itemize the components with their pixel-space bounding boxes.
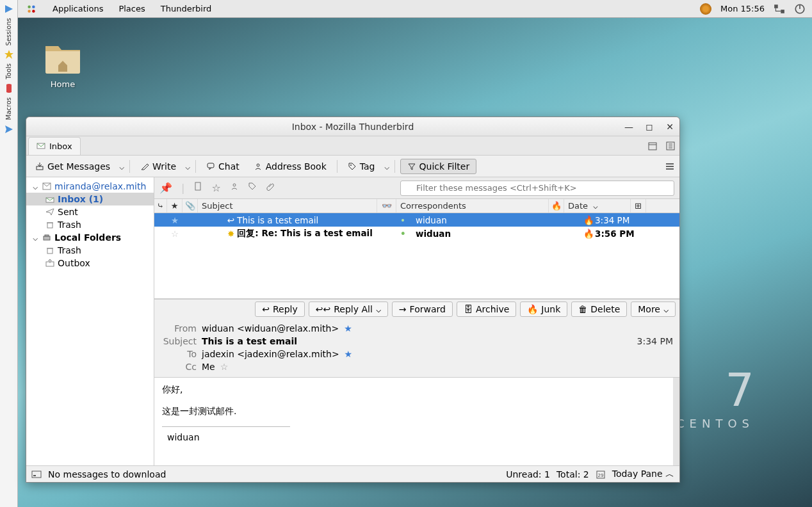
menu-places[interactable]: Places: [118, 4, 145, 13]
app-menu-button[interactable]: [664, 161, 676, 172]
dock-group-tools[interactable]: Tools: [5, 63, 12, 79]
svg-point-4: [32, 10, 35, 13]
to-value[interactable]: jadexin <jadexin@relax.mith>: [202, 349, 339, 359]
col-subject[interactable]: Subject: [198, 199, 377, 213]
chat-button[interactable]: Chat: [201, 159, 245, 173]
dock-star-icon[interactable]: [4, 49, 14, 60]
col-picker[interactable]: ⊞: [631, 199, 646, 213]
reply-button[interactable]: ↩ Reply: [255, 302, 305, 317]
power-icon[interactable]: [794, 3, 806, 15]
message-body[interactable]: 你好, 这是一封测试邮件. widuan: [154, 378, 679, 465]
get-messages-button[interactable]: Get Messages: [30, 159, 115, 173]
junk-button[interactable]: 🔥 Junk: [520, 302, 567, 317]
status-unread: Unread: 1: [506, 469, 550, 479]
menu-applications[interactable]: Applications: [53, 4, 103, 13]
cc-value[interactable]: Me: [202, 362, 215, 372]
folder-trash[interactable]: Trash: [26, 218, 154, 231]
svg-rect-34: [32, 471, 41, 478]
from-label: From: [161, 323, 197, 334]
status-bar: No messages to download Unread: 1 Total:…: [26, 465, 679, 482]
tag-dropdown[interactable]: ⌵: [384, 161, 389, 172]
folder-inbox[interactable]: Inbox (1): [26, 193, 154, 205]
filter-contact-icon[interactable]: [230, 182, 239, 194]
tab-inbox[interactable]: Inbox: [28, 137, 81, 155]
status-text: No messages to download: [48, 469, 166, 479]
window-title: Inbox - Mozilla Thunderbird: [292, 122, 414, 132]
close-button[interactable]: ✕: [665, 122, 674, 131]
dock-group-sessions[interactable]: Sessions: [5, 18, 12, 45]
star-icon[interactable]: ★: [167, 215, 183, 225]
archive-button[interactable]: 🗄 Archive: [457, 302, 516, 317]
today-pane-button[interactable]: Today Pane ︿: [612, 469, 674, 480]
filter-pin-icon[interactable]: 📌: [159, 182, 172, 194]
network-icon[interactable]: [774, 3, 785, 15]
subject-value: This is a test email: [202, 336, 297, 346]
dock-tool-icon[interactable]: [4, 83, 14, 93]
filter-star-icon[interactable]: ☆: [211, 182, 220, 194]
col-date[interactable]: Date ⌵: [564, 199, 631, 213]
svg-rect-5: [774, 4, 778, 8]
body-line: 你好,: [162, 384, 665, 396]
svg-point-18: [257, 164, 259, 166]
svg-rect-16: [37, 166, 43, 170]
folder-sent[interactable]: Sent: [26, 205, 154, 218]
svg-rect-28: [45, 235, 49, 236]
svg-rect-25: [47, 223, 53, 228]
local-folders-node[interactable]: ⌵Local Folders: [26, 231, 154, 244]
star-icon[interactable]: ☆: [167, 229, 183, 239]
get-messages-dropdown[interactable]: ⌵: [119, 161, 124, 172]
col-attachment[interactable]: 📎: [183, 199, 198, 213]
col-star[interactable]: ★: [167, 199, 183, 213]
to-star-icon[interactable]: ★: [345, 349, 353, 359]
folder-local-trash[interactable]: Trash: [26, 244, 154, 257]
tasks-icon[interactable]: [665, 141, 676, 151]
activities-icon[interactable]: [26, 3, 37, 15]
filter-attachment-icon[interactable]: [266, 182, 275, 194]
more-button[interactable]: More ⌵: [631, 302, 676, 317]
filter-tag-icon[interactable]: [248, 182, 257, 194]
activity-icon[interactable]: [31, 470, 42, 479]
svg-point-3: [28, 10, 31, 13]
col-read[interactable]: 👓: [377, 199, 396, 213]
subject-label: Subject: [161, 336, 197, 346]
today-pane-icon[interactable]: 29: [596, 470, 606, 479]
from-star-icon[interactable]: ★: [344, 323, 352, 334]
svg-rect-6: [781, 10, 784, 13]
address-book-button[interactable]: Address Book: [248, 159, 332, 173]
write-button[interactable]: Write: [135, 159, 181, 173]
dock-group-macros[interactable]: Macros: [5, 97, 12, 120]
menu-thunderbird[interactable]: Thunderbird: [161, 4, 212, 13]
col-correspondents[interactable]: Correspondents: [396, 199, 549, 213]
svg-rect-17: [207, 163, 214, 168]
col-junk[interactable]: 🔥: [549, 199, 564, 213]
main-toolbar: Get Messages ⌵ Write ⌵ Chat Address Book…: [26, 156, 679, 177]
reply-all-button[interactable]: ↩↩ Reply All ⌵: [309, 302, 388, 317]
filter-input[interactable]: [400, 181, 674, 196]
account-node[interactable]: ⌵miranda@relax.mith: [26, 180, 154, 193]
quick-filter-button[interactable]: Quick Filter: [400, 159, 477, 174]
to-label: To: [161, 349, 197, 359]
message-row[interactable]: ☆ ✸回复: Re: This is a test email • widuan…: [154, 227, 679, 240]
delete-button[interactable]: 🗑 Delete: [571, 302, 627, 317]
minimize-button[interactable]: —: [624, 122, 633, 131]
clock[interactable]: Mon 15:56: [720, 4, 765, 13]
col-thread[interactable]: ⤷: [154, 199, 167, 213]
message-row[interactable]: ★ ↩This is a test email • widuan 🔥 3:34 …: [154, 213, 679, 227]
maximize-button[interactable]: ◻: [645, 122, 654, 131]
calendar-icon[interactable]: [647, 141, 658, 151]
folder-outbox[interactable]: Outbox: [26, 257, 154, 270]
svg-rect-32: [195, 182, 200, 190]
cc-star-icon[interactable]: ☆: [220, 362, 229, 372]
svg-point-1: [28, 5, 31, 8]
message-list-header: ⤷ ★ 📎 Subject 👓 Correspondents 🔥 Date ⌵ …: [154, 199, 679, 213]
dock-send-icon[interactable]: [4, 124, 14, 134]
from-value[interactable]: widuan <widuan@relax.mith>: [202, 323, 339, 334]
filter-unread-icon[interactable]: [193, 182, 202, 194]
volume-icon[interactable]: [700, 3, 711, 15]
write-dropdown[interactable]: ⌵: [185, 161, 190, 172]
tag-button[interactable]: Tag: [343, 159, 380, 173]
desktop-home-icon[interactable]: Home: [37, 35, 88, 89]
dock-icon[interactable]: [4, 4, 14, 14]
titlebar[interactable]: Inbox - Mozilla Thunderbird — ◻ ✕: [26, 117, 679, 136]
forward-button[interactable]: → Forward: [392, 302, 453, 317]
